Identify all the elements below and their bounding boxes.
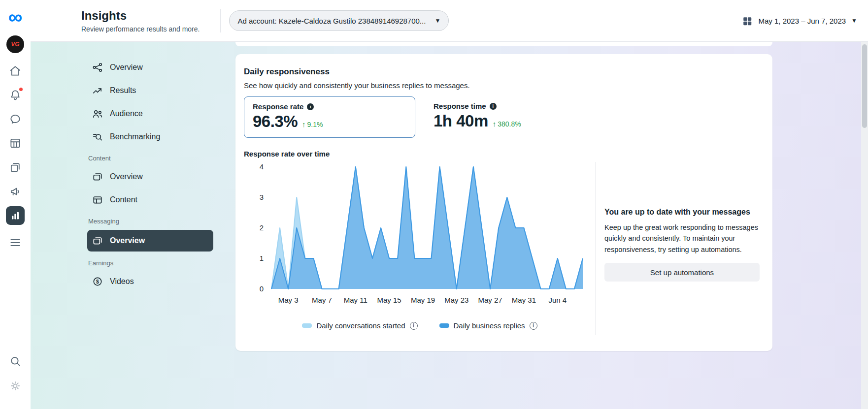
sidebar-item-label: Results — [110, 86, 136, 95]
info-icon[interactable]: i — [530, 322, 537, 330]
search-icon[interactable] — [9, 355, 22, 368]
legend-business-replies: Daily business replies i — [439, 321, 537, 330]
page-avatar[interactable]: VG — [6, 35, 24, 53]
sidebar-item-label: Overview — [110, 172, 143, 181]
legend-label: Daily conversations started — [316, 321, 405, 330]
page-title-block: Insights Review performance results and … — [81, 9, 200, 33]
chart-title: Response rate over time — [244, 150, 763, 158]
sidebar-item-label: Videos — [110, 277, 134, 286]
notification-badge — [18, 87, 24, 92]
metric-value: 1h 40m — [434, 112, 488, 130]
sidebar-section-content: Content — [88, 155, 235, 162]
metric-value: 96.3% — [253, 112, 298, 131]
svg-text:4: 4 — [260, 162, 264, 171]
legend-swatch — [302, 323, 312, 328]
previous-card-edge — [235, 42, 772, 46]
sidebar-item-label: Overview — [110, 236, 145, 245]
legend-conversations-started: Daily conversations started i — [302, 321, 417, 330]
meta-logo[interactable]: ∞ — [8, 5, 23, 29]
svg-text:May 23: May 23 — [444, 296, 468, 304]
metric-label: Response time — [434, 102, 486, 110]
sidebar-item-messaging-overview[interactable]: Overview — [87, 230, 213, 252]
chevron-down-icon: ▼ — [851, 17, 857, 24]
sidebar-item-audience[interactable]: Audience — [87, 104, 213, 124]
svg-text:May 31: May 31 — [512, 296, 536, 304]
daily-responsiveness-card: Daily responsiveness See how quickly and… — [235, 54, 772, 351]
card-title: Daily responsiveness — [244, 67, 763, 77]
messages-icon[interactable] — [9, 113, 22, 126]
content-icon[interactable] — [9, 161, 22, 174]
metric-response-time[interactable]: Response time i 1h 40m ↑ 380.8% — [425, 96, 530, 138]
panel-title: You are up to date with your messages — [604, 207, 760, 218]
all-tools-icon[interactable] — [9, 236, 22, 249]
legend-swatch — [439, 323, 449, 328]
up-arrow-icon: ↑ — [302, 120, 306, 128]
sidebar-item-benchmarking[interactable]: Benchmarking — [87, 127, 213, 147]
results-icon — [92, 85, 103, 96]
info-icon[interactable]: i — [410, 322, 418, 330]
overview-icon — [92, 62, 103, 73]
response-rate-chart: 01234May 3May 7May 11May 15May 19May 23M… — [244, 160, 596, 315]
svg-text:May 19: May 19 — [411, 296, 435, 304]
card-subtitle: See how quickly and consistently your bu… — [244, 81, 763, 90]
topbar: Insights Review performance results and … — [31, 0, 868, 42]
metric-delta: ↑ 9.1% — [302, 120, 323, 128]
svg-text:Jun 4: Jun 4 — [548, 296, 567, 304]
settings-icon[interactable] — [9, 379, 22, 392]
svg-text:2: 2 — [260, 223, 264, 232]
chart-row: 01234May 3May 7May 11May 15May 19May 23M… — [244, 160, 763, 341]
insights-icon[interactable] — [6, 206, 25, 225]
sidebar-item-label: Content — [110, 195, 137, 204]
messages-status-panel: You are up to date with your messages Ke… — [596, 160, 761, 341]
page-subtitle: Review performance results and more. — [81, 25, 200, 33]
svg-text:May 15: May 15 — [377, 296, 401, 304]
table-icon — [92, 194, 103, 205]
notifications-icon[interactable] — [9, 89, 22, 101]
svg-text:May 11: May 11 — [344, 296, 367, 304]
home-icon[interactable] — [9, 64, 22, 77]
info-icon[interactable]: i — [307, 103, 314, 110]
svg-text:May 3: May 3 — [278, 296, 299, 304]
sidebar-item-label: Overview — [110, 63, 143, 72]
sidebar-item-videos[interactable]: $ Videos — [87, 272, 213, 291]
planner-icon[interactable] — [9, 137, 22, 150]
insights-sidebar: Overview Results Audience Benchmarking C… — [31, 42, 235, 295]
audience-icon — [92, 108, 103, 119]
ad-account-label: Ad account: Kazele-Caldoza Gustilo 23848… — [237, 17, 426, 25]
scrollbar-track — [861, 42, 868, 409]
svg-text:1: 1 — [260, 254, 264, 262]
ad-account-dropdown[interactable]: Ad account: Kazele-Caldoza Gustilo 23848… — [229, 10, 449, 31]
metric-response-rate[interactable]: Response rate i 96.3% ↑ 9.1% — [244, 96, 415, 138]
sidebar-item-overview[interactable]: Overview — [87, 58, 213, 77]
calendar-icon — [742, 15, 753, 26]
date-range-picker[interactable]: May 1, 2023 – Jun 7, 2023 ▼ — [742, 15, 857, 26]
scrollbar-thumb[interactable] — [862, 44, 867, 128]
app-rail: ∞ VG — [0, 0, 31, 409]
page-title: Insights — [81, 9, 200, 23]
metric-cards: Response rate i 96.3% ↑ 9.1% Response ti… — [244, 96, 763, 138]
svg-text:May 27: May 27 — [478, 296, 502, 304]
sidebar-item-content-overview[interactable]: Overview — [87, 167, 213, 187]
sidebar-section-earnings: Earnings — [88, 259, 235, 267]
info-icon[interactable]: i — [490, 103, 497, 110]
svg-text:$: $ — [96, 279, 99, 284]
up-arrow-icon: ↑ — [493, 120, 497, 128]
sidebar-item-results[interactable]: Results — [87, 81, 213, 100]
sidebar-item-content[interactable]: Content — [87, 190, 213, 210]
metric-delta: ↑ 380.8% — [493, 120, 521, 128]
date-range-label: May 1, 2023 – Jun 7, 2023 — [758, 17, 846, 25]
sidebar-item-label: Benchmarking — [110, 132, 160, 141]
sidebar-item-label: Audience — [110, 109, 143, 118]
svg-text:0: 0 — [260, 284, 264, 293]
chart-column: 01234May 3May 7May 11May 15May 19May 23M… — [244, 160, 596, 341]
panel-body: Keep up the great work responding to mes… — [604, 222, 760, 255]
set-up-automations-button[interactable]: Set up automations — [604, 263, 760, 282]
header-divider — [220, 9, 221, 32]
metric-label: Response rate — [253, 102, 303, 111]
benchmarking-icon — [92, 131, 103, 142]
chart-legend: Daily conversations started i Daily busi… — [244, 321, 596, 330]
dollar-circle-icon: $ — [92, 276, 103, 287]
ads-icon[interactable] — [9, 185, 22, 198]
sidebar-section-messaging: Messaging — [88, 218, 235, 225]
stacked-cards-icon — [92, 171, 103, 182]
